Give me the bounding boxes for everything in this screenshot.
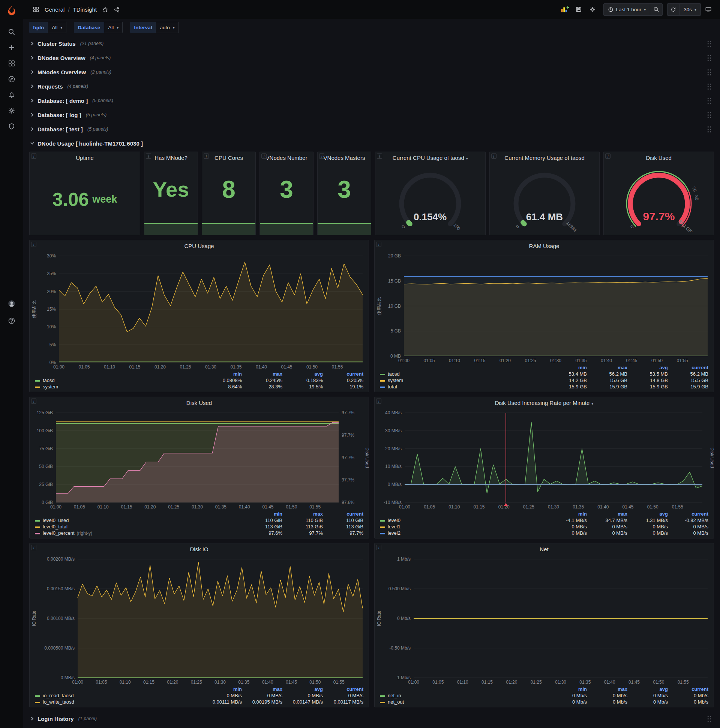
panel-info-icon[interactable]: i [261, 153, 267, 159]
dashboard-row-database-demo[interactable]: Database: [ demo ] (5 panels) [29, 94, 714, 107]
legend-header-min[interactable]: min [243, 511, 284, 517]
legend-header-current[interactable]: current [670, 364, 710, 371]
legend-series-name[interactable]: net_in [388, 693, 401, 698]
star-icon[interactable] [100, 3, 111, 16]
legend-header-current[interactable]: current [324, 686, 365, 692]
dashboard-settings-icon[interactable] [586, 3, 599, 16]
panel-title[interactable]: Current Memory Usage of taosd [504, 152, 584, 164]
legend-series-name[interactable]: system [388, 378, 403, 383]
variable-value-dropdown[interactable]: auto▾ [156, 22, 178, 33]
alerts-bell-icon[interactable] [3, 87, 20, 103]
chart-plot[interactable]: 0 MB/s0.000500 MB/s0.00100 MB/s0.00150 M… [30, 555, 369, 686]
legend-header-min[interactable]: min [203, 686, 243, 692]
zoom-out-button[interactable] [650, 4, 662, 15]
dashboard-row-dnodes-overview[interactable]: DNodes Overview (4 panels) [29, 51, 714, 64]
panel-title[interactable]: VNodes Number [260, 152, 313, 164]
time-range-button[interactable]: Last 1 hour ▾ [604, 4, 650, 15]
legend-header-avg[interactable]: avg [284, 686, 324, 692]
panel-title[interactable]: VNodes Masters [317, 152, 371, 164]
chart-plot[interactable]: 0 MB5 GB10 GB15 GB20 GB01:0001:0501:1001… [375, 252, 714, 364]
panel-info-icon[interactable]: i [376, 242, 381, 247]
legend-header-max[interactable]: max [243, 686, 284, 692]
dashboard-row-mnodes-overview[interactable]: MNodes Overview (2 panels) [29, 65, 714, 79]
legend-header-current[interactable]: current [670, 686, 710, 692]
variable-value-dropdown[interactable]: All▾ [47, 22, 66, 33]
panel-title[interactable]: Uptime [30, 152, 140, 164]
legend-header-max[interactable]: max [243, 371, 284, 377]
row-drag-handle[interactable] [707, 54, 712, 61]
panel-info-icon[interactable]: i [146, 153, 151, 159]
panel-info-icon[interactable]: i [376, 545, 381, 550]
dashboard-row-requests[interactable]: Requests (4 panels) [29, 80, 714, 93]
panel-title[interactable]: Disk Used Increasing Rate per Minute▾ [375, 397, 714, 409]
panel-title[interactable]: Disk Used [30, 397, 369, 409]
legend-header-min[interactable]: min [203, 371, 243, 377]
legend-series-name[interactable]: level1 [388, 524, 401, 529]
dashboard-row-database-log[interactable]: Database: [ log ] (5 panels) [29, 108, 714, 122]
cycle-view-icon[interactable] [702, 3, 715, 16]
panel-title[interactable]: RAM Usage [375, 240, 714, 252]
shield-icon[interactable] [3, 119, 20, 135]
panel-info-icon[interactable]: i [31, 242, 37, 247]
chart-plot[interactable]: 0%5%10%15%20%25%30%01:0001:0501:1001:150… [30, 252, 369, 371]
share-icon[interactable] [112, 3, 122, 16]
chart-plot[interactable]: -10 MB/s0 MB/s10 MB/s20 MB/s30 MB/s40 MB… [375, 409, 714, 511]
row-drag-handle[interactable] [707, 40, 712, 47]
panel-info-icon[interactable]: i [204, 153, 209, 159]
panel-info-icon[interactable]: i [491, 153, 496, 159]
legend-series-name[interactable]: level0_used [43, 517, 69, 523]
search-icon[interactable] [3, 24, 20, 40]
chart-plot[interactable]: -1 Mb/s-0.50 Mb/s0 Mb/s0.500 Mb/s1 Mb/s0… [375, 555, 714, 686]
panel-title[interactable]: CPU Usage [30, 240, 369, 252]
legend-series-name[interactable]: taosd [43, 378, 55, 383]
legend-series-name[interactable]: io_write_taosd [43, 699, 74, 705]
panel-menu-caret[interactable]: ▾ [466, 156, 468, 161]
refresh-interval-button[interactable]: 30s▾ [679, 4, 700, 15]
panel-info-icon[interactable]: i [376, 399, 381, 404]
grafana-logo[interactable] [4, 3, 20, 19]
legend-series-name[interactable]: level0_total [43, 524, 67, 529]
row-drag-handle[interactable] [707, 83, 712, 90]
row-drag-handle[interactable] [707, 97, 712, 104]
panel-info-icon[interactable]: i [31, 153, 37, 159]
legend-header-max[interactable]: max [588, 364, 629, 371]
legend-series-name[interactable]: io_read_taosd [43, 693, 73, 698]
dashboard-row-login-history[interactable]: Login History (1 panel) [29, 712, 714, 725]
avatar[interactable] [3, 296, 20, 312]
panel-title[interactable]: Net [375, 543, 714, 555]
explore-compass-icon[interactable] [3, 71, 20, 87]
row-drag-handle[interactable] [707, 126, 712, 133]
chart-plot[interactable]: 0 GiB25 GiB50 GiB75 GiB100 GiB125 GiB97.… [30, 409, 369, 511]
legend-series-name[interactable]: total [388, 384, 397, 390]
legend-header-min[interactable]: min [548, 364, 588, 371]
panel-info-icon[interactable]: i [605, 153, 610, 159]
legend-header-max[interactable]: max [588, 511, 629, 517]
legend-header-min[interactable]: min [548, 511, 588, 517]
row-drag-handle[interactable] [707, 69, 712, 76]
legend-series-name[interactable]: level2 [388, 530, 401, 536]
breadcrumb-title[interactable]: TDinsight [73, 6, 97, 13]
legend-header-current[interactable]: current [670, 511, 710, 517]
legend-series-name[interactable]: net_out [388, 699, 404, 705]
panel-menu-caret[interactable]: ▾ [591, 402, 593, 406]
panel-info-icon[interactable]: i [31, 545, 37, 550]
row-drag-handle[interactable] [707, 715, 712, 722]
dashboard-row-database-test[interactable]: Database: [ test ] (5 panels) [29, 122, 714, 136]
legend-header-min[interactable]: min [548, 686, 588, 692]
legend-header-current[interactable]: current [324, 511, 365, 517]
dashboard-apps-icon[interactable] [30, 3, 43, 16]
save-dashboard-icon[interactable] [572, 3, 585, 16]
refresh-button[interactable] [668, 4, 679, 15]
legend-header-current[interactable]: current [324, 371, 365, 377]
panel-title[interactable]: CPU Cores [202, 152, 255, 164]
breadcrumb-folder[interactable]: General [45, 6, 64, 13]
legend-header-max[interactable]: max [588, 686, 629, 692]
legend-series-name[interactable]: level0_percent [43, 530, 75, 536]
panel-info-icon[interactable]: i [319, 153, 324, 159]
legend-header-avg[interactable]: avg [629, 686, 670, 692]
legend-series-name[interactable]: level0 [388, 517, 401, 523]
dashboards-icon[interactable] [3, 55, 20, 71]
create-plus-icon[interactable] [3, 40, 20, 55]
legend-series-name[interactable]: taosd [388, 371, 400, 377]
settings-gear-icon[interactable] [3, 103, 20, 119]
